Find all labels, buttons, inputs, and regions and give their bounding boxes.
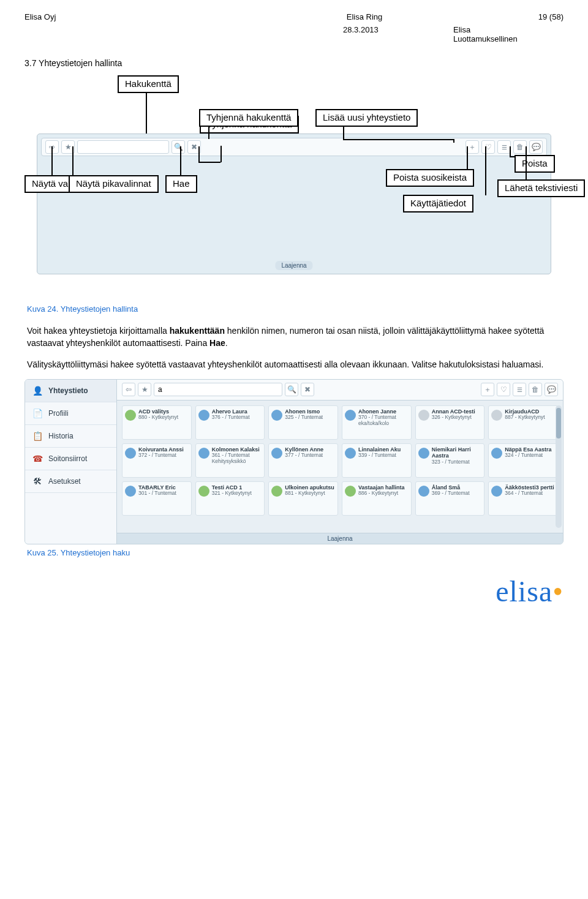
contact-card[interactable]: ACD välitys880 - Kytkeytynyt: [122, 405, 192, 440]
contact-status: 372 - / Tuntemat: [138, 453, 184, 459]
sidebar-item-label: Yhteystieto: [48, 386, 88, 395]
presence-icon: [271, 486, 282, 497]
toolbar: ⇨ ★ 🔍 ✖ ＋ ♡ ☰ 🗑 💬: [41, 138, 547, 156]
contact-status: 321 - Kytkeytynyt: [212, 491, 252, 497]
label-nayta-pika: Näytä pikavalinnat: [69, 175, 159, 193]
label-poista-suosikeista: Poista suosikeista: [386, 169, 474, 187]
results-toolbar: ⇦ ★ 🔍 ✖ ＋ ♡ ☰ 🗑 💬: [117, 380, 563, 401]
contact-card[interactable]: Linnalainen Aku339 - / Tuntemat: [342, 443, 412, 478]
contact-name: Niemikari Harri Aastra: [432, 446, 482, 459]
delete-icon[interactable]: 🗑: [529, 383, 542, 396]
presence-icon: [491, 486, 502, 497]
user-info-icon[interactable]: ☰: [513, 383, 526, 396]
sidebar-item-label: Asetukset: [48, 477, 81, 486]
label-tyhjenna-top: Tyhjennä hakukenttä: [199, 109, 298, 127]
contact-status: 881 - Kytkeytynyt: [285, 491, 334, 497]
contact-card[interactable]: Annan ACD-testi326 - Kytkeytynyt: [415, 405, 485, 440]
contact-status: 886 - Kytkeytynyt: [358, 491, 405, 497]
sidebar-item-asetukset[interactable]: 🛠Asetukset: [25, 470, 116, 493]
sidebar-item-historia[interactable]: 📋Historia: [25, 425, 116, 448]
sidebar-item-soitonsiirrot[interactable]: ☎Soitonsiirrot: [25, 448, 116, 470]
delete-icon[interactable]: 🗑: [513, 140, 527, 154]
search-input[interactable]: [77, 140, 169, 154]
contact-card[interactable]: Ääkköstesti3 pertti364 - / Tuntemat: [488, 481, 558, 516]
sidebar: 👤Yhteystieto📄Profiili📋Historia☎Soitonsii…: [25, 380, 117, 544]
sms-icon[interactable]: 💬: [529, 140, 543, 154]
contact-status: 887 - Kytkeytynyt: [505, 415, 545, 421]
contact-status: 364 - / Tuntemat: [505, 491, 554, 497]
contacts-grid: ACD välitys880 - KytkeytynytAhervo Laura…: [117, 401, 563, 533]
presence-icon: [125, 486, 136, 497]
label-laheta-sms: Lähetä tekstiviesti: [497, 179, 585, 197]
contact-card[interactable]: Vastaajan hallinta886 - Kytkeytynyt: [342, 481, 412, 516]
back-icon[interactable]: ⇦: [122, 383, 135, 396]
contact-status: 324 - / Tuntemat: [505, 453, 551, 459]
remove-favorite-icon[interactable]: ♡: [497, 383, 510, 396]
page-counter: 19 (58): [538, 12, 564, 21]
figure25-caption: Kuva 25. Yhteystietojen haku: [27, 548, 564, 557]
presence-icon: [198, 486, 209, 497]
presence-icon: [271, 448, 282, 459]
sidebar-item-profiili[interactable]: 📄Profiili: [25, 402, 116, 425]
elisa-logo: elisa•: [24, 574, 564, 608]
clear-icon[interactable]: ✖: [301, 383, 314, 396]
user-info-icon[interactable]: ☰: [497, 140, 511, 154]
contact-card[interactable]: Ahervo Laura376 - / Tuntemat: [195, 405, 265, 440]
presence-icon: [198, 410, 209, 421]
presence-icon: [418, 410, 429, 421]
label-lisaa-uusi: Lisää uusi yhteystieto: [315, 109, 418, 127]
contact-card[interactable]: Koivuranta Anssi372 - / Tuntemat: [122, 443, 192, 478]
doc-date: 28.3.2013: [343, 25, 453, 43]
figure24-caption: Kuva 24. Yhteystietojen hallinta: [27, 304, 564, 314]
scrollbar[interactable]: [556, 405, 562, 528]
contact-card[interactable]: Kolmonen Kalaksi361 - / Tuntemat Kehitys…: [195, 443, 265, 478]
sidebar-item-label: Profiili: [48, 409, 69, 418]
contact-card[interactable]: Ahonen Janne370 - / Tuntemat eka/toka/ko…: [342, 405, 412, 440]
search-input[interactable]: [154, 383, 282, 396]
soitonsiirrot-icon: ☎: [31, 454, 43, 464]
presence-icon: [491, 448, 502, 459]
diagram-toolbar-annotations: Hakukenttä ⇨ ★ 🔍 ✖ ＋ ♡ ☰ 🗑 💬 Laajenna Nä…: [24, 75, 564, 296]
contact-card[interactable]: TABARLY Eric301 - / Tuntemat: [122, 481, 192, 516]
contact-status: 370 - / Tuntemat eka/toka/kolo: [358, 415, 409, 427]
presence-icon: [345, 486, 356, 497]
contact-status: 361 - / Tuntemat Kehitysyksikkö: [212, 453, 262, 465]
sidebar-item-yhteystieto[interactable]: 👤Yhteystieto: [25, 380, 116, 402]
contact-status: 301 - / Tuntemat: [138, 491, 176, 497]
sidebar-item-label: Soitonsiirrot: [48, 454, 87, 463]
panel: ⇨ ★ 🔍 ✖ ＋ ♡ ☰ 🗑 💬 Laajenna: [37, 134, 551, 274]
presence-icon: [418, 486, 429, 497]
contact-card[interactable]: KirjauduACD887 - Kytkeytynyt: [488, 405, 558, 440]
section-title: 3.7 Yhteystietojen hallinta: [24, 58, 564, 68]
brand-line: Elisa: [453, 25, 470, 34]
paragraph-2: Välityskäyttöliittymäsi hakee syötettä v…: [27, 358, 561, 371]
presence-icon: [125, 448, 136, 459]
contact-card[interactable]: Åland Små369 - / Tuntemat: [415, 481, 485, 516]
contact-card[interactable]: Ulkoinen apukutsu881 - Kytkeytynyt: [268, 481, 338, 516]
contact-card[interactable]: Ahonen Ismo325 - / Tuntemat: [268, 405, 338, 440]
contact-card[interactable]: Niemikari Harri Aastra323 - / Tuntemat: [415, 443, 485, 478]
search-icon[interactable]: 🔍: [285, 383, 298, 396]
add-contact-icon[interactable]: ＋: [481, 383, 494, 396]
presence-icon: [345, 448, 356, 459]
company-name: Elisa Oyj: [24, 12, 56, 21]
sidebar-item-label: Historia: [48, 432, 74, 440]
contact-status: 376 - / Tuntemat: [212, 415, 250, 421]
remove-favorite-icon[interactable]: ♡: [481, 140, 495, 154]
sms-icon[interactable]: 💬: [545, 383, 558, 396]
contact-status: 325 - / Tuntemat: [285, 415, 323, 421]
search-icon[interactable]: 🔍: [172, 140, 185, 154]
contact-status: 377 - / Tuntemat: [285, 453, 323, 459]
expand-bar[interactable]: Laajenna: [117, 533, 563, 544]
contact-card[interactable]: Kyllönen Anne377 - / Tuntemat: [268, 443, 338, 478]
historia-icon: 📋: [31, 431, 43, 441]
label-poista: Poista: [514, 155, 555, 173]
expand-label[interactable]: Laajenna: [275, 261, 312, 270]
profiili-icon: 📄: [31, 408, 43, 418]
favorites-icon[interactable]: ★: [138, 383, 151, 396]
product-name: Elisa Ring: [347, 12, 383, 21]
presence-icon: [418, 448, 429, 459]
contact-card[interactable]: Näppä Esa Aastra324 - / Tuntemat: [488, 443, 558, 478]
confidentiality: Luottamuksellinen: [453, 34, 518, 43]
contact-card[interactable]: Testi ACD 1321 - Kytkeytynyt: [195, 481, 265, 516]
